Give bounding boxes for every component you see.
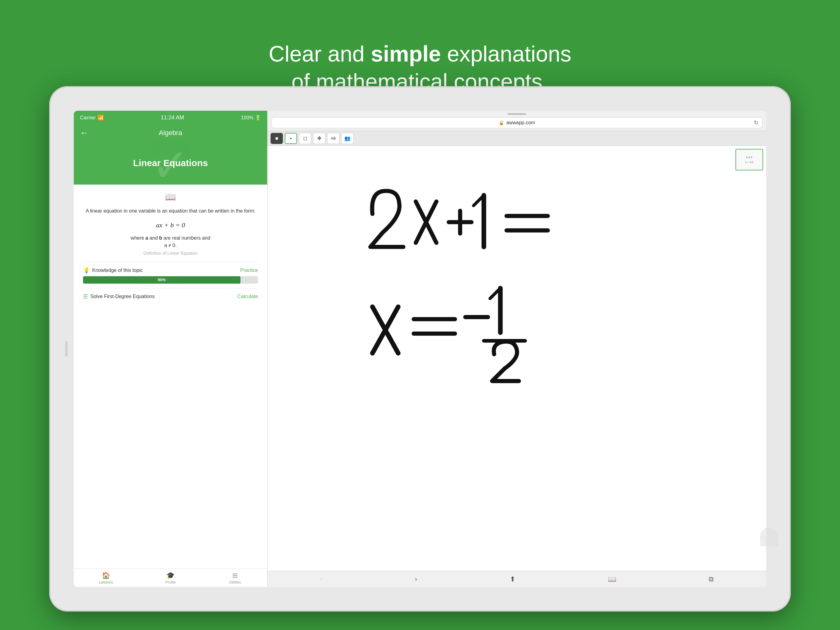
- browser-handle: [508, 113, 526, 115]
- address-bar[interactable]: 🔒 awwapp.com ↻: [271, 117, 763, 128]
- header-line1: Clear and simple explanations: [269, 41, 572, 66]
- back-button[interactable]: ←: [80, 128, 88, 138]
- content-area: 📖 A linear equation in one variable is a…: [74, 185, 267, 568]
- battery-icon: 🔋: [255, 115, 261, 120]
- browser-chrome: 🔒 awwapp.com ↻: [267, 111, 766, 131]
- eraser-icon: ◻: [303, 135, 307, 141]
- where-text: where a and b are real numbers and: [83, 235, 258, 241]
- browser-bottom-bar: ‹ › ⬆ 📖 ⧉: [267, 571, 766, 587]
- tool-text[interactable]: AB: [327, 133, 339, 144]
- status-carrier: Carrier 📶: [80, 114, 104, 121]
- knowledge-row: 💡 Knowledge of this topic Practice: [83, 262, 258, 276]
- knowledge-label: 💡 Knowledge of this topic: [83, 267, 143, 274]
- lessons-label: Lessons: [99, 580, 113, 584]
- bulb-icon: 💡: [83, 267, 90, 274]
- lessons-icon: 🏠: [102, 571, 110, 579]
- book-icon: 📖: [83, 192, 258, 202]
- canvas-area[interactable]: b-1/2 x = -1/2: [267, 146, 766, 571]
- refresh-icon[interactable]: ↻: [754, 119, 758, 126]
- utilities-icon: ⊞: [232, 571, 238, 579]
- aneq-text: a ≠ 0.: [83, 243, 258, 248]
- app-panel: Carrier 📶 11:24 AM 100% 🔋 ← Algebra ✓: [74, 111, 267, 587]
- ghost-icon: [757, 526, 782, 550]
- users-icon: 👥: [344, 135, 351, 141]
- tool-move[interactable]: ✥: [313, 133, 325, 144]
- tab-lessons[interactable]: 🏠 Lessons: [74, 571, 138, 584]
- tool-eraser[interactable]: ◻: [299, 133, 311, 144]
- tool-dot[interactable]: ●: [285, 133, 297, 144]
- progress-bar-bg: 90%: [83, 276, 258, 283]
- caption-text: Definition of Linear Equation: [83, 251, 258, 256]
- status-time: 11:24 AM: [161, 114, 184, 121]
- calculate-link[interactable]: Calculate: [237, 294, 258, 299]
- progress-text: 90%: [158, 277, 166, 282]
- status-bar: Carrier 📶 11:24 AM 100% 🔋: [74, 111, 267, 124]
- tab-profile[interactable]: 🎓 Profile: [138, 571, 203, 584]
- definition-text: A linear equation in one variable is an …: [83, 207, 258, 215]
- solve-label: ☰ Solve First-Degree Equations: [83, 293, 155, 300]
- dark-bg-icon: ■: [275, 136, 278, 141]
- wifi-icon: 📶: [98, 115, 104, 120]
- move-icon: ✥: [317, 135, 321, 141]
- nav-bar: ← Algebra: [74, 124, 267, 141]
- tab-utilities[interactable]: ⊞ Utilities: [203, 571, 267, 584]
- browser-panel: 🔒 awwapp.com ↻ ■ ● ◻ ✥: [267, 111, 766, 587]
- dot-icon: ●: [290, 136, 292, 140]
- url-text: awwapp.com: [507, 120, 535, 125]
- forward-nav-button[interactable]: ›: [415, 575, 417, 583]
- utilities-label: Utilities: [229, 580, 241, 584]
- formula: ax + b = 0: [83, 221, 258, 229]
- ipad-frame: Carrier 📶 11:24 AM 100% 🔋 ← Algebra ✓: [49, 86, 791, 611]
- nav-title: Algebra: [159, 129, 182, 137]
- practice-link[interactable]: Practice: [240, 268, 258, 273]
- list-icon: ☰: [83, 293, 88, 300]
- text-icon: AB: [331, 136, 336, 141]
- profile-icon: 🎓: [166, 571, 175, 579]
- tab-bar: 🏠 Lessons 🎓 Profile ⊞ Utilities: [74, 568, 267, 587]
- back-nav-button[interactable]: ‹: [320, 575, 322, 583]
- progress-container: 90%: [83, 276, 258, 283]
- tool-dark-bg[interactable]: ■: [271, 133, 283, 144]
- lock-icon: 🔒: [499, 120, 504, 125]
- ipad-screen: Carrier 📶 11:24 AM 100% 🔋 ← Algebra ✓: [74, 111, 766, 587]
- profile-label: Profile: [166, 580, 176, 584]
- status-battery: 100% 🔋: [241, 115, 261, 120]
- tabs-button[interactable]: ⧉: [709, 575, 714, 583]
- share-button[interactable]: ⬆: [510, 575, 515, 583]
- topic-header: ✓ Linear Equations: [74, 141, 267, 185]
- topic-title: Linear Equations: [133, 158, 208, 168]
- handwritten-math: [274, 152, 760, 565]
- ipad-side-button: [65, 341, 68, 356]
- bookmarks-button[interactable]: 📖: [608, 575, 616, 583]
- tool-users[interactable]: 👥: [341, 133, 354, 144]
- browser-toolbar: ■ ● ◻ ✥ AB 👥: [267, 131, 766, 146]
- progress-bar-fill: 90%: [83, 276, 240, 283]
- solve-row: ☰ Solve First-Degree Equations Calculate: [83, 288, 258, 304]
